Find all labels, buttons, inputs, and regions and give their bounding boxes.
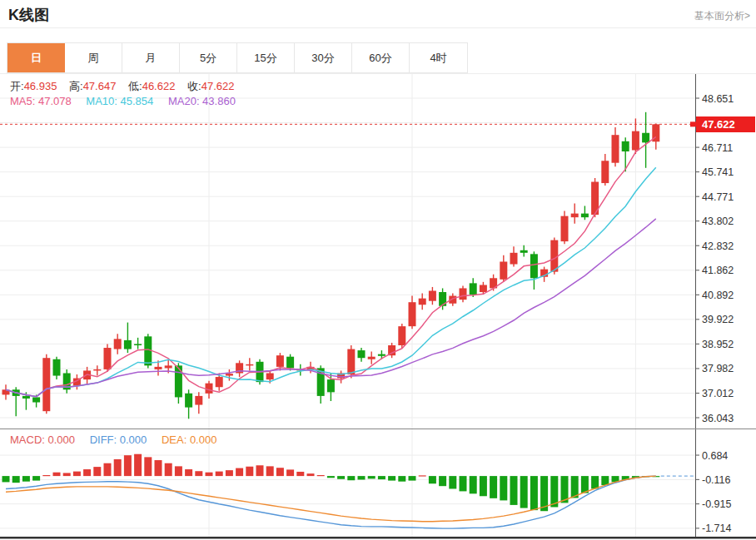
page-title: K线图: [8, 5, 49, 25]
main-candlestick-chart[interactable]: 48.65146.71145.74144.77143.80242.83241.8…: [0, 74, 756, 429]
dea-line: [6, 476, 656, 522]
ma20-value: MA20: 43.860: [168, 95, 236, 107]
dea-value: DEA: 0.000: [162, 433, 217, 446]
low-value: 46.622: [142, 80, 176, 92]
svg-text:48.651: 48.651: [702, 93, 734, 105]
diff-value: DIFF: 0.000: [90, 433, 147, 446]
close-label: 收:: [187, 80, 201, 92]
period-tab-5[interactable]: 30分: [295, 43, 352, 72]
macd-readout: MACD: 0.000 DIFF: 0.000 DEA: 0.000: [10, 433, 228, 446]
high-value: 47.647: [83, 80, 117, 92]
macd-value: MACD: 0.000: [10, 433, 75, 446]
period-tab-6[interactable]: 60分: [352, 43, 410, 72]
period-tab-1[interactable]: 周: [65, 43, 122, 72]
period-tab-0[interactable]: 日: [7, 43, 65, 72]
period-tab-4[interactable]: 15分: [237, 43, 295, 72]
svg-text:0.684: 0.684: [702, 450, 728, 462]
close-value: 47.622: [201, 80, 235, 92]
svg-text:-0.116: -0.116: [702, 474, 731, 486]
ma10-line: [6, 167, 656, 397]
svg-text:40.892: 40.892: [702, 290, 734, 301]
ma10-value: MA10: 45.854: [86, 95, 153, 107]
svg-text:37.982: 37.982: [702, 363, 734, 374]
kline-app: K线图 基本面分析> 日周月5分15分30分60分4时 48.65146.711…: [0, 0, 756, 540]
header-divider: [0, 27, 756, 28]
ma5-value: MA5: 47.078: [10, 95, 72, 107]
open-label: 开:: [10, 80, 24, 92]
ohlc-readout: 开:46.935 高:47.647 低:46.622 收:47.622: [10, 79, 243, 94]
current-price-badge: 47.622: [696, 116, 755, 132]
svg-text:-1.714: -1.714: [702, 523, 731, 534]
period-tabbar: 日周月5分15分30分60分4时: [7, 42, 468, 73]
bottom-border: [0, 537, 756, 539]
svg-text:36.043: 36.043: [702, 413, 734, 424]
svg-text:41.862: 41.862: [702, 265, 734, 276]
fundamental-analysis-link[interactable]: 基本面分析>: [694, 9, 750, 23]
svg-text:46.711: 46.711: [702, 142, 733, 154]
svg-text:45.741: 45.741: [702, 166, 734, 178]
svg-text:39.922: 39.922: [702, 314, 734, 325]
macd-histogram: [2, 454, 660, 512]
svg-text:42.832: 42.832: [702, 240, 734, 252]
price-marker: [690, 121, 696, 126]
svg-text:38.952: 38.952: [702, 339, 734, 350]
open-value: 46.935: [24, 80, 57, 92]
svg-text:44.771: 44.771: [702, 191, 734, 203]
high-label: 高:: [69, 80, 83, 92]
period-tab-2[interactable]: 月: [122, 43, 180, 72]
svg-text:-0.915: -0.915: [702, 498, 731, 510]
macd-y-axis: 0.684-0.116-0.915-1.714: [695, 429, 731, 537]
svg-text:43.802: 43.802: [702, 216, 734, 227]
period-tab-3[interactable]: 5分: [180, 43, 237, 72]
period-tab-7[interactable]: 4时: [410, 43, 467, 72]
svg-text:37.012: 37.012: [702, 388, 734, 399]
ma-readout: MA5: 47.078 MA10: 45.854 MA20: 43.860: [10, 95, 247, 107]
low-label: 低:: [128, 80, 142, 92]
